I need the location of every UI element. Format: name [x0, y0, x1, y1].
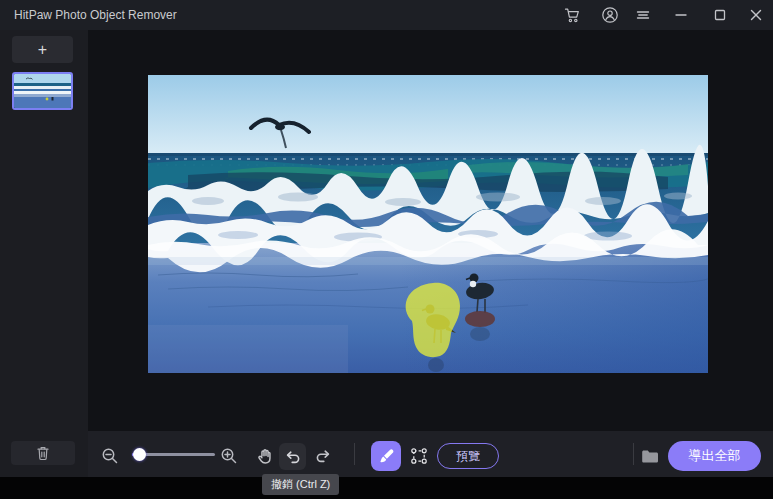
- preview-button[interactable]: 預覽: [437, 443, 499, 469]
- undo-icon: [284, 448, 302, 466]
- zoom-slider[interactable]: [132, 445, 215, 463]
- cart-icon[interactable]: [560, 3, 584, 27]
- zoom-out-icon: [101, 447, 119, 465]
- brush-tool-button[interactable]: [371, 441, 401, 471]
- trash-icon: [36, 445, 50, 461]
- folder-icon: [641, 449, 659, 464]
- export-all-button[interactable]: 導出全部: [668, 441, 761, 471]
- maximize-icon[interactable]: [708, 3, 732, 27]
- close-icon[interactable]: [744, 3, 768, 27]
- title-bar: HitPaw Photo Object Remover: [0, 0, 773, 30]
- app-window: HitPaw Photo Object Remover: [0, 0, 773, 499]
- delete-image-button[interactable]: [11, 441, 75, 465]
- open-folder-button[interactable]: [640, 446, 660, 466]
- plus-icon: +: [38, 41, 47, 59]
- marquee-icon: [409, 446, 429, 466]
- zoom-in-icon: [220, 447, 238, 465]
- image-thumbnail[interactable]: [12, 72, 73, 110]
- zoom-out-button[interactable]: [100, 446, 120, 466]
- undo-button[interactable]: [279, 443, 306, 470]
- minimize-icon[interactable]: [669, 3, 693, 27]
- sidebar: +: [0, 30, 88, 477]
- hand-icon: [256, 447, 274, 465]
- toolbar-divider-2: [633, 443, 634, 465]
- window-title: HitPaw Photo Object Remover: [14, 0, 177, 30]
- beach-photo[interactable]: [148, 75, 708, 373]
- undo-tooltip: 撤銷 (Ctrl Z): [262, 474, 339, 495]
- brush-icon: [377, 447, 395, 465]
- thumbnail-image: [14, 74, 71, 108]
- redo-icon: [314, 447, 332, 465]
- menu-icon[interactable]: [631, 3, 655, 27]
- zoom-in-button[interactable]: [219, 446, 239, 466]
- toolbar-divider: [354, 443, 355, 465]
- editing-canvas[interactable]: [88, 30, 773, 431]
- account-icon[interactable]: [598, 3, 622, 27]
- add-image-button[interactable]: +: [12, 36, 73, 63]
- marquee-tool-button[interactable]: [409, 446, 429, 466]
- bottom-toolbar: 預覽 導出全部: [88, 431, 773, 477]
- zoom-slider-knob[interactable]: [133, 448, 146, 461]
- hand-tool-button[interactable]: [255, 446, 275, 466]
- redo-button[interactable]: [313, 446, 333, 466]
